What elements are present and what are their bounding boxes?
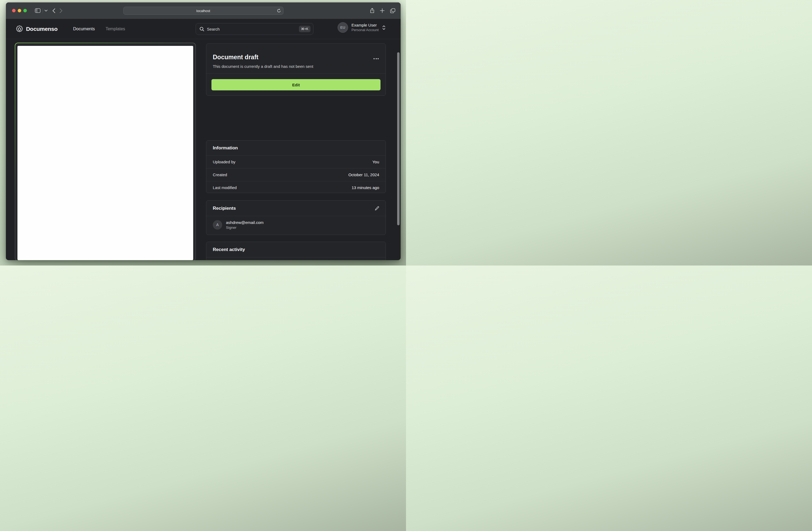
main-nav: Documents Templates bbox=[73, 27, 125, 31]
recipient-email: ashdrew@email.com bbox=[226, 220, 263, 225]
recipient-info: ashdrew@email.com Signer bbox=[226, 220, 263, 230]
recent-activity-card: Recent activity You created the document… bbox=[206, 242, 386, 260]
search-icon bbox=[200, 27, 204, 31]
document-status-card: Document draft This document is currentl… bbox=[206, 43, 386, 96]
document-status-subtitle: This document is currently a draft and h… bbox=[206, 61, 386, 73]
close-window-button[interactable] bbox=[12, 9, 16, 12]
app-header: Documenso Documents Templates ⌘+K EU Exa… bbox=[6, 19, 401, 39]
account-menu[interactable]: EU Example User Personal Account bbox=[337, 22, 386, 33]
address-bar[interactable]: localhost bbox=[123, 7, 284, 15]
minimize-window-button[interactable] bbox=[18, 9, 21, 12]
info-row-last-modified: Last modified 13 minutes ago bbox=[206, 181, 386, 194]
info-value: October 11, 2024 bbox=[348, 173, 379, 177]
sidebar-toggle-icon[interactable] bbox=[35, 8, 41, 13]
document-page: Document draft This document is currentl… bbox=[6, 39, 401, 260]
document-status-title: Document draft bbox=[213, 54, 258, 61]
chevron-down-icon[interactable] bbox=[45, 10, 47, 12]
recipients-title: Recipients bbox=[213, 206, 236, 211]
scrollbar-thumb[interactable] bbox=[397, 52, 400, 225]
toolbar-divider bbox=[43, 8, 43, 13]
url-text: localhost bbox=[197, 9, 210, 13]
forward-button[interactable] bbox=[60, 8, 62, 13]
information-title: Information bbox=[213, 145, 238, 151]
pdf-page bbox=[17, 46, 193, 260]
zoom-window-button[interactable] bbox=[23, 9, 27, 12]
reload-icon[interactable] bbox=[277, 9, 281, 13]
card-divider bbox=[206, 73, 386, 74]
activity-item: You created the document 13 min ago bbox=[206, 257, 386, 260]
document-preview-frame bbox=[15, 43, 196, 260]
search-shortcut-badge: ⌘+K bbox=[299, 26, 310, 32]
info-value: 13 minutes ago bbox=[351, 185, 379, 190]
recipient-row: A ashdrew@email.com Signer bbox=[206, 216, 386, 230]
info-label: Last modified bbox=[213, 185, 237, 190]
recipient-role: Signer bbox=[226, 225, 263, 230]
back-button[interactable] bbox=[52, 8, 55, 13]
brand-name: Documenso bbox=[26, 26, 58, 32]
nav-documents[interactable]: Documents bbox=[73, 27, 95, 31]
browser-titlebar: localhost bbox=[6, 2, 401, 19]
info-label: Created bbox=[213, 173, 227, 177]
share-icon[interactable] bbox=[370, 8, 374, 13]
edit-button[interactable]: Edit bbox=[212, 79, 380, 90]
tab-overview-icon[interactable] bbox=[390, 8, 395, 13]
info-row-created: Created October 11, 2024 bbox=[206, 168, 386, 181]
recipient-avatar: A bbox=[213, 220, 222, 230]
recent-activity-title: Recent activity bbox=[213, 247, 245, 252]
search-input[interactable] bbox=[207, 27, 299, 31]
window-controls bbox=[12, 9, 27, 12]
search-box[interactable]: ⌘+K bbox=[195, 23, 314, 35]
user-name: Example User bbox=[351, 23, 379, 28]
information-card: Information Uploaded by You Created Octo… bbox=[206, 140, 386, 193]
user-info: Example User Personal Account bbox=[351, 23, 379, 32]
info-value: You bbox=[373, 160, 379, 164]
documenso-logo-icon bbox=[16, 25, 23, 33]
user-avatar: EU bbox=[337, 22, 348, 33]
info-row-uploaded-by: Uploaded by You bbox=[206, 156, 386, 168]
document-options-icon[interactable] bbox=[373, 57, 379, 61]
brand-logo[interactable]: Documenso bbox=[16, 25, 58, 33]
chevrons-up-down-icon bbox=[382, 25, 386, 30]
document-preview-inner bbox=[15, 43, 195, 260]
nav-templates[interactable]: Templates bbox=[105, 27, 125, 31]
info-label: Uploaded by bbox=[213, 160, 235, 164]
recipients-card: Recipients A ashdrew@email.com Signer bbox=[206, 200, 386, 235]
edit-recipients-icon[interactable] bbox=[375, 206, 379, 210]
new-tab-icon[interactable] bbox=[380, 8, 385, 13]
user-account-type: Personal Account bbox=[351, 28, 379, 32]
browser-window: localhost bbox=[6, 2, 401, 260]
